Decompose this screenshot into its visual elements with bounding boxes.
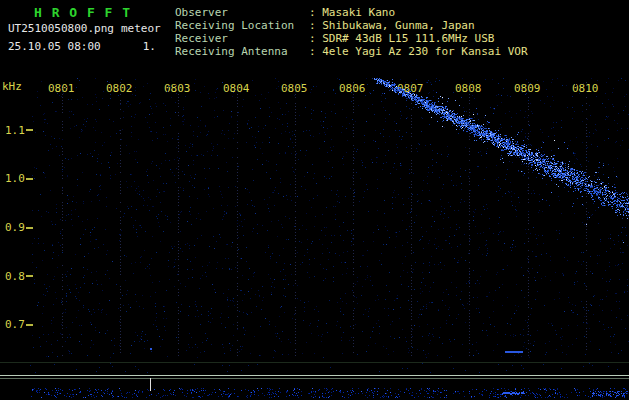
time-label: 0801 (48, 82, 75, 95)
date-line: 25.10.05 08:001. (8, 40, 156, 53)
info-label: Receiving Location (175, 19, 309, 32)
info-value: : Masaki Kano (309, 6, 395, 19)
info-value: : SDR# 43dB L15 111.6MHz USB (309, 32, 494, 45)
freq-tick-label: 1.0 (5, 172, 25, 185)
info-value: : Shibukawa, Gunma, Japan (309, 19, 475, 32)
time-label: 0807 (397, 82, 424, 95)
time-label: 0809 (514, 82, 541, 95)
freq-tick-label: 0.7 (5, 318, 25, 331)
time-label: 0810 (572, 82, 599, 95)
time-label: 0805 (281, 82, 308, 95)
info-row-observer: Observer: Masaki Kano (175, 6, 528, 19)
hrofft-screen: H R O F F T UT2510050800.pngmeteor 25.10… (0, 0, 629, 400)
freq-tick-label: 0.8 (5, 270, 25, 283)
info-label: Observer (175, 6, 309, 19)
station-info: Observer: Masaki Kano Receiving Location… (175, 6, 528, 58)
time-label: 0804 (223, 82, 250, 95)
info-label: Receiver (175, 32, 309, 45)
time-label: 0806 (339, 82, 366, 95)
info-row-location: Receiving Location: Shibukawa, Gunma, Ja… (175, 19, 528, 32)
time-label: 0802 (106, 82, 133, 95)
info-label: Receiving Antenna (175, 45, 309, 58)
info-row-receiver: Receiver: SDR# 43dB L15 111.6MHz USB (175, 32, 528, 45)
time-label: 0808 (455, 82, 482, 95)
spectrogram-canvas (0, 0, 629, 400)
page-indicator: 1. (143, 40, 156, 53)
mode-label: meteor (121, 22, 161, 35)
datetime: 25.10.05 08:00 (8, 40, 101, 53)
freq-tick-label: 1.1 (5, 124, 25, 137)
freq-tick-label: 0.9 (5, 221, 25, 234)
file-line: UT2510050800.pngmeteor (8, 22, 161, 35)
filename: UT2510050800.png (8, 22, 114, 35)
info-value: : 4ele Yagi Az 230 for Kansai VOR (309, 45, 528, 58)
freq-unit-label: kHz (2, 80, 22, 93)
time-label: 0803 (164, 82, 191, 95)
app-title: H R O F F T (34, 5, 131, 20)
info-row-antenna: Receiving Antenna: 4ele Yagi Az 230 for … (175, 45, 528, 58)
